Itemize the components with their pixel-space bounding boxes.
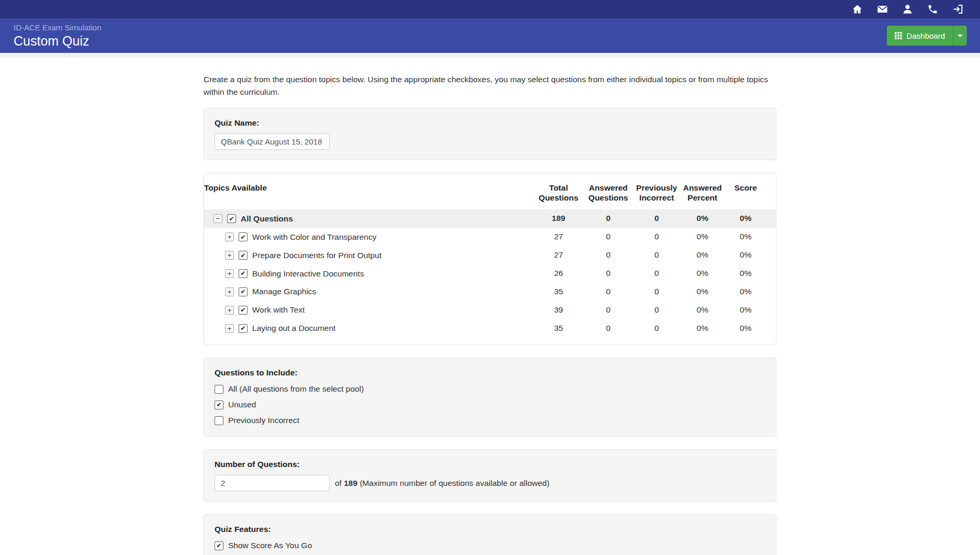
answered-percent-value: 0% (680, 264, 725, 283)
topic-checkbox[interactable]: ✔ (239, 232, 247, 241)
option-label: Show Score As You Go (228, 541, 312, 550)
previously-incorrect-value: 0 (633, 246, 680, 264)
grid-icon (895, 32, 902, 39)
topic-checkbox[interactable]: ✔ (239, 324, 247, 333)
quiz-features-panel: Quiz Features: ✔ Show Score As You Go ✔ … (204, 514, 776, 555)
header-titles: ID-ACE Exam Simulation Custom Quiz (14, 23, 102, 49)
page-header: ID-ACE Exam Simulation Custom Quiz Dashb… (0, 18, 980, 53)
answered-percent-value: 0% (680, 228, 725, 246)
answered-questions-value: 0 (583, 319, 633, 337)
topic-row: −✔All Questions 189 0 0 0% 0% (204, 209, 776, 228)
option-checkbox[interactable] (215, 416, 223, 425)
dashboard-button[interactable]: Dashboard (887, 26, 953, 46)
topic-row: +✔Manage Graphics 35 0 0 0% 0% (204, 282, 776, 301)
topic-checkbox[interactable]: ✔ (239, 251, 247, 260)
column-header-score: Score (725, 180, 767, 209)
answered-questions-value: 0 (583, 282, 633, 301)
topic-checkbox[interactable]: ✔ (239, 269, 247, 278)
intro-text: Create a quiz from the question topics b… (204, 73, 776, 98)
dashboard-dropdown-button[interactable] (953, 26, 967, 46)
quiz-features-label: Quiz Features: (215, 525, 765, 534)
total-questions-value: 35 (534, 282, 583, 301)
page-title: Custom Quiz (14, 34, 102, 49)
column-header-answered-questions: Answered Questions (583, 180, 633, 209)
quiz-features-options: ✔ Show Score As You Go ✔ Show Answer Exp… (215, 541, 765, 555)
topic-checkbox[interactable]: ✔ (227, 214, 236, 223)
answered-percent-value: 0% (680, 301, 725, 319)
number-of-questions-note: of 189 (Maximum number of questions avai… (335, 479, 549, 488)
phone-icon[interactable] (927, 4, 938, 15)
checkbox-option: Previously Incorrect (215, 416, 765, 425)
top-navbar (0, 0, 980, 18)
option-checkbox[interactable]: ✔ (215, 541, 223, 550)
checkbox-option: ✔ Show Score As You Go (215, 541, 765, 550)
score-value: 0% (725, 319, 767, 337)
topics-title: Topics Available (204, 180, 534, 209)
previously-incorrect-value: 0 (633, 282, 680, 301)
home-icon[interactable] (852, 4, 863, 15)
user-icon[interactable] (902, 4, 913, 15)
total-questions-value: 27 (534, 228, 583, 246)
previously-incorrect-value: 0 (633, 301, 680, 319)
answered-percent-value: 0% (680, 319, 725, 337)
total-questions-value: 27 (534, 246, 583, 264)
dashboard-button-group: Dashboard (887, 26, 967, 46)
total-questions-value: 39 (534, 301, 583, 319)
mail-icon[interactable] (877, 4, 888, 15)
expand-toggle-button[interactable]: + (225, 306, 234, 315)
number-of-questions-input[interactable] (215, 475, 330, 491)
column-header-previously-incorrect: Previously Incorrect (633, 180, 680, 209)
max-questions-value: 189 (344, 479, 357, 487)
expand-toggle-button[interactable]: + (225, 324, 234, 333)
topic-row: +✔Work with Text 39 0 0 0% 0% (204, 301, 776, 319)
score-value: 0% (725, 228, 767, 246)
dashboard-button-label: Dashboard (907, 31, 945, 40)
option-checkbox[interactable]: ✔ (215, 401, 223, 409)
score-value: 0% (725, 282, 767, 301)
answered-questions-value: 0 (583, 209, 633, 228)
answered-percent-value: 0% (680, 209, 725, 228)
topic-row: +✔Prepare Documents for Print Output 27 … (204, 246, 776, 264)
number-of-questions-row: of 189 (Maximum number of questions avai… (215, 475, 765, 491)
expand-toggle-button[interactable]: + (225, 287, 234, 296)
topic-label: Building Interactive Documents (252, 269, 364, 278)
topic-label: Prepare Documents for Print Output (252, 251, 381, 260)
number-of-questions-label: Number of Questions: (215, 460, 765, 469)
quiz-name-input[interactable] (215, 134, 330, 150)
previously-incorrect-value: 0 (633, 228, 680, 246)
option-checkbox[interactable] (215, 385, 223, 394)
answered-percent-value: 0% (680, 282, 725, 301)
expand-toggle-button[interactable]: + (225, 269, 234, 278)
header-divider-strip (0, 53, 980, 58)
score-value: 0% (725, 301, 767, 319)
app-title: ID-ACE Exam Simulation (14, 23, 102, 32)
previously-incorrect-value: 0 (633, 319, 680, 337)
option-label: Previously Incorrect (228, 416, 299, 425)
topic-label: Work with Text (252, 305, 305, 314)
topic-checkbox[interactable]: ✔ (239, 306, 247, 315)
expand-toggle-button[interactable]: + (225, 232, 234, 241)
topics-table: Topics Available Total Questions Answere… (204, 180, 776, 337)
column-header-total-questions: Total Questions (534, 180, 583, 209)
topic-label: Laying out a Document (252, 324, 335, 332)
answered-questions-value: 0 (583, 301, 633, 319)
answered-questions-value: 0 (583, 246, 633, 264)
questions-to-include-panel: Questions to Include: All (All questions… (204, 358, 776, 437)
total-questions-value: 35 (534, 319, 583, 337)
topic-label: Manage Graphics (252, 287, 316, 296)
previously-incorrect-value: 0 (633, 264, 680, 283)
answered-percent-value: 0% (680, 246, 725, 264)
expand-toggle-button[interactable]: + (225, 251, 234, 260)
topics-header-row: Topics Available Total Questions Answere… (204, 180, 776, 209)
previously-incorrect-value: 0 (633, 209, 680, 228)
topics-panel: Topics Available Total Questions Answere… (204, 173, 776, 345)
expand-toggle-button[interactable]: − (213, 214, 222, 223)
topic-row: +✔Laying out a Document 35 0 0 0% 0% (204, 319, 776, 337)
total-questions-value: 189 (534, 209, 583, 228)
topic-checkbox[interactable]: ✔ (239, 287, 247, 296)
quiz-name-panel: Quiz Name: (204, 108, 776, 160)
topic-label: All Questions (241, 214, 293, 223)
sign-out-icon[interactable] (952, 4, 963, 15)
topic-label: Work with Color and Transparency (252, 232, 376, 241)
column-header-answered-percent: Answered Percent (680, 180, 725, 209)
